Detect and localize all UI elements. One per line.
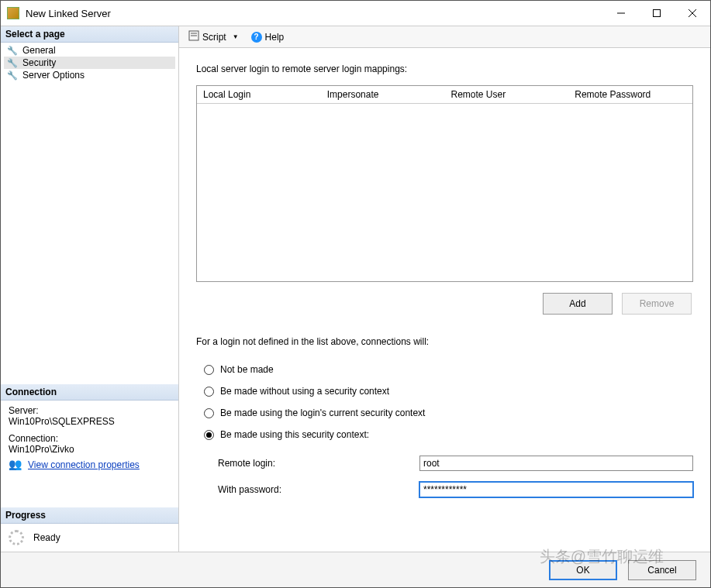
app-icon xyxy=(7,7,19,19)
col-impersonate[interactable]: Impersonate xyxy=(321,86,445,103)
remove-button: Remove xyxy=(622,293,692,315)
wrench-icon: 🔧 xyxy=(7,46,18,56)
script-icon xyxy=(188,30,199,43)
people-icon: 👥 xyxy=(9,458,22,470)
radio-icon xyxy=(204,365,214,375)
dialog-window: New Linked Server Select a page 🔧 Genera… xyxy=(0,0,711,588)
remote-login-input[interactable] xyxy=(419,456,693,471)
radio-this-security[interactable]: Be made using this security context: xyxy=(204,429,693,440)
sidebar-item-server-options[interactable]: 🔧 Server Options xyxy=(4,69,175,81)
connection-label: Connection: xyxy=(9,433,171,444)
col-local-login[interactable]: Local Login xyxy=(197,86,321,103)
remote-login-label: Remote login: xyxy=(218,458,419,469)
radio-current-security[interactable]: Be made using the login's current securi… xyxy=(204,407,693,418)
col-remote-password[interactable]: Remote Password xyxy=(568,86,692,103)
wrench-icon: 🔧 xyxy=(7,58,18,68)
server-label: Server: xyxy=(9,405,171,416)
sidebar-item-label: Server Options xyxy=(22,70,85,81)
cancel-button[interactable]: Cancel xyxy=(628,560,696,580)
sidebar-item-security[interactable]: 🔧 Security xyxy=(4,57,175,69)
maximize-button[interactable] xyxy=(639,1,675,26)
col-remote-user[interactable]: Remote User xyxy=(445,86,569,103)
script-button[interactable]: Script ▼ xyxy=(184,29,243,45)
help-button[interactable]: ? Help xyxy=(247,30,289,44)
titlebar[interactable]: New Linked Server xyxy=(1,1,710,26)
sidebar-item-general[interactable]: 🔧 General xyxy=(4,44,175,57)
help-icon: ? xyxy=(251,32,262,43)
progress-spinner-icon xyxy=(9,530,24,545)
undefined-login-label: For a login not defined in the list abov… xyxy=(196,336,693,347)
with-password-input[interactable] xyxy=(419,482,693,497)
close-button[interactable] xyxy=(675,1,710,26)
pages-header: Select a page xyxy=(1,26,178,43)
wrench-icon: 🔧 xyxy=(7,70,18,81)
grid-body[interactable] xyxy=(197,104,692,281)
sidebar-item-label: General xyxy=(22,45,56,56)
radio-icon xyxy=(204,408,214,418)
chevron-down-icon: ▼ xyxy=(230,33,239,40)
sidebar-item-label: Security xyxy=(22,57,56,68)
window-title: New Linked Server xyxy=(26,8,603,19)
connection-value: Win10Pro\Zivko xyxy=(9,444,171,455)
radio-not-be-made[interactable]: Not be made xyxy=(204,364,693,375)
ok-button[interactable]: OK xyxy=(549,560,617,580)
progress-header: Progress xyxy=(1,507,178,524)
radio-icon-selected xyxy=(204,430,214,440)
mappings-label: Local server login to remote server logi… xyxy=(196,64,693,74)
server-value: Win10Pro\SQLEXPRESS xyxy=(9,416,171,427)
add-button[interactable]: Add xyxy=(543,293,613,315)
dialog-footer: OK Cancel xyxy=(1,552,710,587)
svg-rect-1 xyxy=(654,10,661,17)
toolbar: Script ▼ ? Help xyxy=(179,26,710,48)
radio-icon xyxy=(204,387,214,397)
with-password-label: With password: xyxy=(218,484,419,495)
sidebar: Select a page 🔧 General 🔧 Security 🔧 Ser… xyxy=(1,26,179,552)
radio-without-security[interactable]: Be made without using a security context xyxy=(204,386,693,397)
view-connection-properties-link[interactable]: View connection properties xyxy=(28,459,140,470)
login-mappings-grid[interactable]: Local Login Impersonate Remote User Remo… xyxy=(196,85,693,282)
minimize-button[interactable] xyxy=(603,1,639,26)
progress-status: Ready xyxy=(33,532,60,543)
connection-header: Connection xyxy=(1,384,178,401)
